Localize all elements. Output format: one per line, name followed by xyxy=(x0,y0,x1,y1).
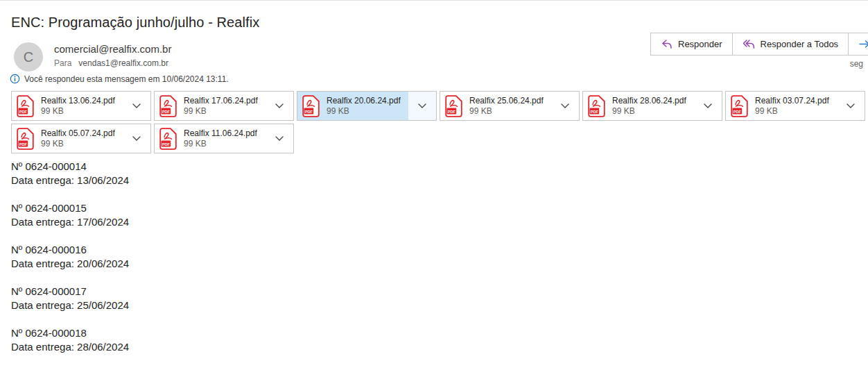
attachment-open-area[interactable]: PDF Realfix 03.07.24.pdf 99 KB xyxy=(726,92,837,120)
attachment-meta: Realfix 20.06.24.pdf 99 KB xyxy=(327,95,401,117)
reply-button[interactable]: Responder xyxy=(650,33,733,56)
svg-text:PDF: PDF xyxy=(19,109,28,113)
attachment-filesize: 99 KB xyxy=(755,106,829,117)
order-number: Nº 0624-000014 xyxy=(11,160,129,174)
attachment-meta: Realfix 17.06.24.pdf 99 KB xyxy=(184,95,258,117)
pdf-file-icon: PDF xyxy=(588,95,605,117)
email-body: Nº 0624-000014 Data entrega: 13/06/2024 … xyxy=(11,160,129,368)
attachment-meta: Realfix 03.07.24.pdf 99 KB xyxy=(755,95,829,117)
order-number: Nº 0624-000018 xyxy=(11,326,129,340)
attachment-dropdown-button[interactable] xyxy=(551,92,579,120)
attachment-dropdown-button[interactable] xyxy=(266,124,293,153)
svg-text:PDF: PDF xyxy=(734,109,742,113)
to-label: Para xyxy=(54,58,71,68)
attachment-card[interactable]: PDF Realfix 03.07.24.pdf 99 KB xyxy=(725,91,865,121)
email-reading-pane: ENC: Programação junho/julho - Realfix R… xyxy=(0,0,868,370)
attachment-card[interactable]: PDF Realfix 25.06.24.pdf 99 KB xyxy=(440,91,580,121)
replied-info-text: Você respondeu esta mensagem em 10/06/20… xyxy=(24,74,229,84)
attachment-filesize: 99 KB xyxy=(469,106,544,117)
attachment-filesize: 99 KB xyxy=(612,106,686,117)
chevron-down-icon xyxy=(275,103,284,109)
reply-button-label: Responder xyxy=(678,39,722,49)
attachment-dropdown-button[interactable] xyxy=(266,92,293,120)
attachment-filename: Realfix 03.07.24.pdf xyxy=(755,95,829,106)
order-delivery-date: Data entrega: 20/06/2024 xyxy=(11,257,129,271)
pdf-file-icon: PDF xyxy=(731,95,748,117)
forward-button[interactable]: Encaminhar xyxy=(848,33,868,56)
forward-icon xyxy=(858,39,868,49)
reply-all-button[interactable]: Responder a Todos xyxy=(732,33,849,56)
order-delivery-date: Data entrega: 13/06/2024 xyxy=(11,174,129,187)
sender-address[interactable]: comercial@realfix.com.br xyxy=(54,43,171,55)
attachment-open-area[interactable]: PDF Realfix 05.07.24.pdf 99 KB xyxy=(12,124,123,153)
chevron-down-icon xyxy=(418,103,426,109)
order-entry: Nº 0624-000014 Data entrega: 13/06/2024 xyxy=(11,160,129,187)
attachment-dropdown-button[interactable] xyxy=(123,92,150,120)
sent-date-short: seg xyxy=(850,59,863,69)
svg-text:PDF: PDF xyxy=(591,109,599,113)
attachment-open-area[interactable]: PDF Realfix 17.06.24.pdf 99 KB xyxy=(155,92,266,120)
attachment-filename: Realfix 11.06.24.pdf xyxy=(184,128,257,139)
attachment-open-area[interactable]: PDF Realfix 11.06.24.pdf 99 KB xyxy=(155,124,266,153)
attachment-filesize: 99 KB xyxy=(41,106,115,117)
replied-info-banner: Você respondeu esta mensagem em 10/06/20… xyxy=(10,74,229,84)
message-actions-toolbar: Responder Responder a Todos Encaminhar xyxy=(650,33,868,56)
pdf-file-icon: PDF xyxy=(159,128,177,150)
pdf-file-icon: PDF xyxy=(445,95,462,117)
reply-icon xyxy=(661,39,672,49)
info-icon xyxy=(10,74,20,84)
attachment-card-selected[interactable]: PDF Realfix 20.06.24.pdf 99 KB xyxy=(297,91,437,121)
attachment-filesize: 99 KB xyxy=(41,139,115,149)
chevron-down-icon xyxy=(704,103,712,109)
attachment-open-area[interactable]: PDF Realfix 25.06.24.pdf 99 KB xyxy=(440,92,551,120)
pdf-file-icon: PDF xyxy=(17,128,34,150)
order-entry: Nº 0624-000017 Data entrega: 25/06/2024 xyxy=(11,285,129,312)
svg-text:PDF: PDF xyxy=(305,109,313,113)
recipient-address[interactable]: vendas1@realfix.com.br xyxy=(78,58,168,68)
email-subject: ENC: Programação junho/julho - Realfix xyxy=(11,15,259,31)
attachments-strip: PDF Realfix 13.06.24.pdf 99 KB PDF xyxy=(11,91,868,153)
chevron-down-icon xyxy=(561,103,569,109)
attachment-filesize: 99 KB xyxy=(184,106,258,117)
attachment-meta: Realfix 13.06.24.pdf 99 KB xyxy=(41,95,115,117)
order-delivery-date: Data entrega: 17/06/2024 xyxy=(11,215,129,229)
attachment-filename: Realfix 28.06.24.pdf xyxy=(612,95,686,106)
reply-all-button-label: Responder a Todos xyxy=(761,39,839,49)
sender-avatar-initial: C xyxy=(24,49,33,65)
pane-top-divider xyxy=(0,0,868,1)
attachment-card[interactable]: PDF Realfix 13.06.24.pdf 99 KB xyxy=(11,91,151,121)
attachment-filesize: 99 KB xyxy=(327,106,401,117)
attachment-dropdown-button[interactable] xyxy=(408,92,436,120)
attachment-card[interactable]: PDF Realfix 17.06.24.pdf 99 KB xyxy=(154,91,294,121)
attachment-dropdown-button[interactable] xyxy=(694,92,722,120)
svg-text:PDF: PDF xyxy=(162,109,171,113)
attachment-dropdown-button[interactable] xyxy=(123,124,150,153)
sender-avatar[interactable]: C xyxy=(14,42,43,72)
attachment-open-area[interactable]: PDF Realfix 28.06.24.pdf 99 KB xyxy=(583,92,694,120)
attachment-meta: Realfix 25.06.24.pdf 99 KB xyxy=(469,95,544,117)
attachment-card[interactable]: PDF Realfix 28.06.24.pdf 99 KB xyxy=(582,91,722,121)
attachment-open-area[interactable]: PDF Realfix 20.06.24.pdf 99 KB xyxy=(297,92,408,120)
chevron-down-icon xyxy=(275,136,284,142)
pdf-file-icon: PDF xyxy=(159,95,177,117)
order-delivery-date: Data entrega: 28/06/2024 xyxy=(11,340,129,354)
order-number: Nº 0624-000016 xyxy=(11,243,129,257)
attachment-filename: Realfix 05.07.24.pdf xyxy=(41,128,115,139)
order-entry: Nº 0624-000015 Data entrega: 17/06/2024 xyxy=(11,201,129,229)
pdf-file-icon: PDF xyxy=(17,95,34,117)
attachment-open-area[interactable]: PDF Realfix 13.06.24.pdf 99 KB xyxy=(12,92,123,120)
attachment-filename: Realfix 17.06.24.pdf xyxy=(184,95,258,106)
reply-all-icon xyxy=(743,39,755,49)
attachment-card[interactable]: PDF Realfix 05.07.24.pdf 99 KB xyxy=(11,124,151,153)
svg-text:PDF: PDF xyxy=(162,142,171,146)
attachment-meta: Realfix 28.06.24.pdf 99 KB xyxy=(612,95,686,117)
pdf-file-icon: PDF xyxy=(302,95,320,117)
order-entry: Nº 0624-000018 Data entrega: 28/06/2024 xyxy=(11,326,129,354)
chevron-down-icon xyxy=(132,136,141,142)
order-entry: Nº 0624-000016 Data entrega: 20/06/2024 xyxy=(11,243,129,271)
order-number: Nº 0624-000017 xyxy=(11,285,129,298)
attachment-card[interactable]: PDF Realfix 11.06.24.pdf 99 KB xyxy=(154,124,294,153)
attachment-filesize: 99 KB xyxy=(184,139,257,149)
attachment-dropdown-button[interactable] xyxy=(837,92,865,120)
order-delivery-date: Data entrega: 25/06/2024 xyxy=(11,298,129,312)
